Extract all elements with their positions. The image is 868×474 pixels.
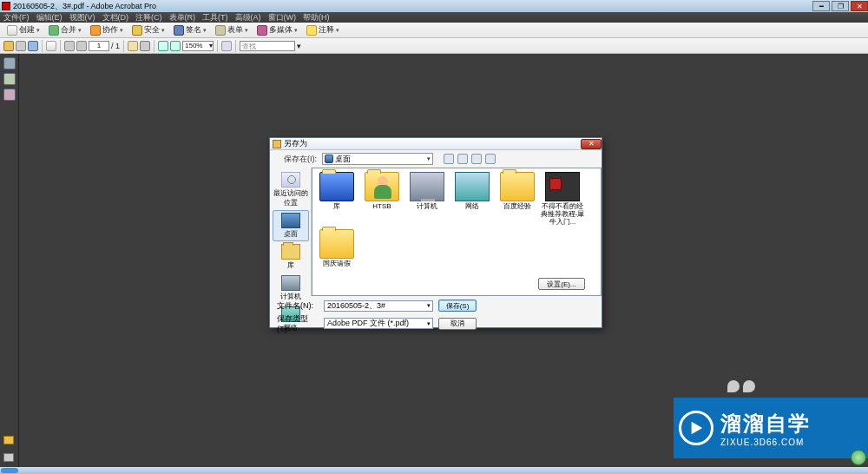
file-item[interactable]: 库 xyxy=(314,172,359,226)
menubar: 文件(F) 编辑(E) 视图(V) 文档(D) 注释(C) 表单(R) 工具(T… xyxy=(0,12,868,23)
select-tool-icon[interactable] xyxy=(140,41,150,51)
next-page-icon[interactable] xyxy=(76,41,87,51)
attachment-icon[interactable] xyxy=(3,453,14,462)
minimize-button[interactable]: ━ xyxy=(812,1,830,11)
back-icon[interactable] xyxy=(444,154,454,164)
menu-forms[interactable]: 表单(R) xyxy=(169,12,196,23)
comment-button[interactable]: 注释▾ xyxy=(303,23,343,37)
secure-button[interactable]: 安全▾ xyxy=(128,23,168,37)
bookmarks-panel-icon[interactable] xyxy=(3,73,16,85)
menu-tools[interactable]: 工具(T) xyxy=(202,12,228,23)
forms-button[interactable]: 表单▾ xyxy=(212,23,252,37)
file-label: HTSB xyxy=(359,202,404,210)
settings-area: 设置(E)... xyxy=(524,278,597,290)
views-icon[interactable] xyxy=(485,154,496,164)
pages-panel-icon[interactable] xyxy=(3,57,16,69)
print-icon[interactable] xyxy=(16,41,26,51)
file-label: 国庆请假 xyxy=(314,260,359,267)
save-button[interactable]: 保存(S) xyxy=(438,300,477,312)
toolbar-nav: / 1 150% ▾ 查找▾ xyxy=(0,38,868,54)
signatures-panel-icon[interactable] xyxy=(3,89,16,101)
taskbar[interactable] xyxy=(0,467,868,474)
media-label: 多媒体 xyxy=(269,24,293,36)
dialog-nav-icons xyxy=(444,154,496,164)
file-item[interactable]: HTSB xyxy=(359,172,404,226)
filename-value: 20160505-2、3# xyxy=(327,300,385,312)
toolbar-main: 创建▾ 合并▾ 协作▾ 安全▾ 签名▾ 表单▾ 多媒体▾ 注释▾ xyxy=(0,23,868,38)
create-label: 创建 xyxy=(19,24,35,36)
file-label: 网络 xyxy=(450,202,495,210)
prev-page-icon[interactable] xyxy=(64,41,75,51)
menu-file[interactable]: 文件(F) xyxy=(3,12,30,23)
page-input[interactable] xyxy=(89,41,109,51)
form-icon xyxy=(215,25,226,36)
save-as-dialog: 另存为 ✕ 保存在(I): 桌面 ▾ 最近访问的位置 桌面 库 计算机 网络 库… xyxy=(269,137,602,328)
menu-edit[interactable]: 编辑(E) xyxy=(36,12,62,23)
zoom-value: 150% xyxy=(185,42,202,49)
combine-label: 合并 xyxy=(61,24,76,36)
mail-icon[interactable] xyxy=(28,41,38,51)
menu-help[interactable]: 帮助(H) xyxy=(303,12,330,23)
close-button[interactable]: ✕ xyxy=(851,1,868,11)
zoom-in-icon[interactable] xyxy=(170,41,181,51)
places-bar: 最近访问的位置 桌面 库 计算机 网络 xyxy=(270,168,312,296)
dialog-title: 另存为 xyxy=(284,138,307,149)
file-label: 不得不看的经典推荐教程-犀牛入门... xyxy=(540,202,585,226)
dialog-titlebar[interactable]: 另存为 ✕ xyxy=(270,138,602,150)
app-icon xyxy=(2,2,10,10)
assistant-bubble-icon[interactable] xyxy=(851,450,866,465)
new-folder-icon[interactable] xyxy=(471,154,482,164)
maximize-button[interactable]: ❐ xyxy=(832,1,849,11)
menu-advanced[interactable]: 高级(A) xyxy=(235,12,261,23)
place-libraries[interactable]: 库 xyxy=(273,241,309,273)
hand-tool-icon[interactable] xyxy=(128,41,138,51)
filename-input[interactable]: 20160505-2、3#▾ xyxy=(324,300,433,312)
collab-button[interactable]: 协作▾ xyxy=(87,23,127,37)
zoom-combo[interactable]: 150% ▾ xyxy=(182,41,214,51)
filetype-value: Adobe PDF 文件 (*.pdf) xyxy=(327,318,409,329)
start-button[interactable] xyxy=(1,468,18,473)
file-item[interactable]: 网络 xyxy=(450,172,495,226)
file-item[interactable]: 百度经验 xyxy=(495,172,540,226)
menu-comment[interactable]: 注释(C) xyxy=(135,12,162,23)
place-desktop[interactable]: 桌面 xyxy=(273,210,309,241)
save-icon[interactable] xyxy=(46,41,56,51)
find-input[interactable]: 查找 xyxy=(240,41,295,51)
file-item[interactable]: 计算机 xyxy=(404,172,450,226)
create-button[interactable]: 创建▾ xyxy=(3,23,43,37)
fit-icon[interactable] xyxy=(221,41,232,51)
media-button[interactable]: 多媒体▾ xyxy=(253,23,301,37)
titlebar: 20160505-2、3#.pdf - Adobe Acrobat Pro ━ … xyxy=(0,0,868,12)
save-in-combo[interactable]: 桌面 ▾ xyxy=(322,153,433,165)
status-icon-1[interactable] xyxy=(3,436,14,444)
menu-window[interactable]: 窗口(W) xyxy=(268,12,297,23)
menu-view[interactable]: 视图(V) xyxy=(69,12,95,23)
dialog-close-button[interactable]: ✕ xyxy=(581,139,602,149)
open-icon[interactable] xyxy=(3,41,14,51)
cancel-button[interactable]: 取消 xyxy=(438,318,477,330)
zoom-out-icon[interactable] xyxy=(158,41,168,51)
file-item[interactable]: 国庆请假 xyxy=(314,229,359,267)
create-icon xyxy=(7,25,17,36)
save-in-label: 保存在(I): xyxy=(277,154,317,165)
up-icon[interactable] xyxy=(457,154,468,164)
place-desktop-label: 桌面 xyxy=(284,230,298,238)
save-button-label: 保存(S) xyxy=(446,301,470,311)
cancel-button-label: 取消 xyxy=(450,319,464,328)
dialog-icon xyxy=(273,140,281,148)
sign-label: 签名 xyxy=(186,24,201,36)
menu-document[interactable]: 文档(D) xyxy=(102,12,129,23)
place-recent[interactable]: 最近访问的位置 xyxy=(273,169,309,210)
settings-button[interactable]: 设置(E)... xyxy=(538,278,585,290)
file-item[interactable]: 不得不看的经典推荐教程-犀牛入门... xyxy=(540,172,585,226)
filetype-combo[interactable]: Adobe PDF 文件 (*.pdf)▾ xyxy=(324,318,433,329)
combine-icon xyxy=(49,25,59,36)
svg-marker-0 xyxy=(692,422,703,434)
filename-label: 文件名(N): xyxy=(277,300,319,312)
window-controls: ━ ❐ ✕ xyxy=(811,1,868,11)
watermark: 溜溜自学 ZIXUE.3D66.COM xyxy=(674,398,868,458)
combine-button[interactable]: 合并▾ xyxy=(45,23,85,37)
place-libraries-label: 库 xyxy=(287,261,294,269)
file-list[interactable]: 库 HTSB 计算机 网络 百度经验 不得不看的经典推荐教程-犀牛入门... 国… xyxy=(312,168,602,296)
sign-button[interactable]: 签名▾ xyxy=(170,23,210,37)
